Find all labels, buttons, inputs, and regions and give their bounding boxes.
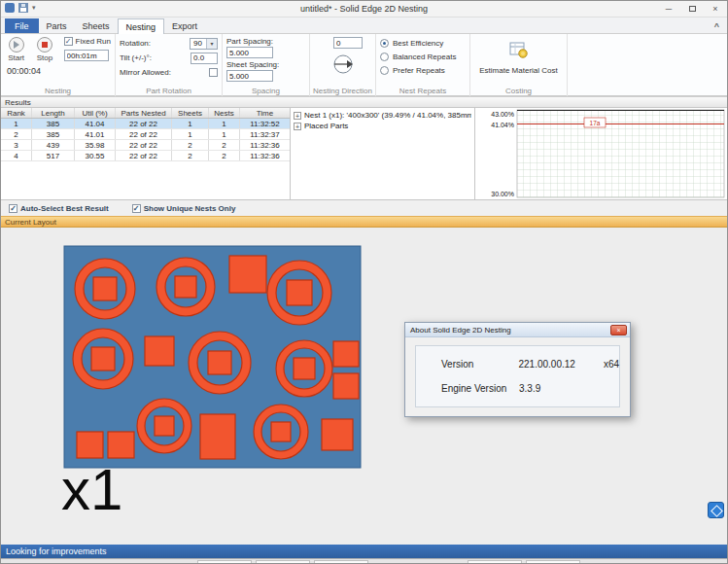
show-unique-checkbox[interactable]: ✓ Show Unique Nests Only [132, 204, 236, 213]
about-dialog-titlebar[interactable]: About Solid Edge 2D Nesting × [405, 323, 630, 337]
nested-part-square[interactable] [108, 432, 134, 458]
column-header[interactable]: Time [240, 108, 290, 118]
nested-part-square[interactable] [333, 373, 359, 399]
column-header[interactable]: Rank [1, 108, 32, 118]
results-panel: Rank Length Util (%) Parts Nested Sheets… [1, 108, 727, 199]
table-cell: 11:32:36 [240, 140, 290, 150]
about-close-button[interactable]: × [610, 325, 627, 335]
floating-widget-icon[interactable] [708, 502, 724, 518]
group-label-nest-repeats: Nest Repeats [376, 87, 469, 95]
ribbon-group-part-rotation: Rotation: 90 ▾ Tilt (+/-)°: Mirror Allow… [116, 34, 223, 96]
nested-part-square[interactable] [145, 336, 174, 366]
engine-version-label: Engine Version [441, 383, 519, 394]
column-header[interactable]: Nests [209, 108, 240, 118]
taskbar-button[interactable] [256, 560, 310, 564]
group-label-nesting-direction: Nesting Direction [310, 87, 375, 95]
radio-balanced-repeats[interactable]: Balanced Repeats [380, 51, 466, 62]
radio-best-efficiency[interactable]: Best Efficiency [380, 37, 466, 49]
tab-parts[interactable]: Parts [39, 18, 75, 33]
table-row[interactable]: 1 385 41.04 22 of 22 1 1 11:32:52 [1, 119, 290, 129]
group-label-spacing: Spacing [223, 87, 309, 95]
part-spacing-input[interactable] [226, 47, 273, 58]
table-row[interactable]: 2 385 41.01 22 of 22 1 1 11:32:37 [1, 129, 290, 140]
direction-angle-input[interactable] [333, 37, 363, 49]
radio-prefer-repeats[interactable]: Prefer Repeats [380, 64, 466, 76]
qat-dropdown-icon[interactable]: ▾ [32, 4, 36, 12]
nested-part-square[interactable] [322, 419, 353, 450]
table-row[interactable]: 4 517 30.55 22 of 22 2 2 11:32:36 [1, 151, 290, 161]
tree-expand-icon[interactable]: + [294, 123, 301, 130]
quick-access-toolbar: ▾ [5, 3, 36, 13]
nested-part-ring[interactable] [73, 329, 133, 389]
column-header[interactable]: Parts Nested [116, 108, 172, 118]
nesting-direction-icon[interactable] [330, 52, 356, 77]
nested-part-ring[interactable] [75, 259, 135, 319]
app-icon[interactable] [5, 3, 15, 13]
taskbar-button[interactable] [314, 560, 368, 564]
tab-file[interactable]: File [5, 18, 39, 33]
ribbon-tab-bar: File Parts Sheets Nesting Export ^ [1, 18, 727, 34]
tree-expand-icon[interactable]: + [294, 112, 301, 120]
column-header[interactable]: Util (%) [75, 108, 116, 118]
table-cell: 2 [172, 151, 209, 160]
taskbar-button[interactable] [197, 560, 252, 564]
save-icon[interactable] [18, 3, 28, 13]
table-cell: 1 [172, 129, 209, 139]
rotation-dropdown[interactable]: 90 ▾ [190, 38, 218, 50]
close-button[interactable]: × [704, 1, 727, 18]
tilt-label: Tilt (+/-)°: [120, 53, 152, 62]
fixed-run-check-icon: ✓ [64, 37, 73, 46]
table-cell: 2 [209, 140, 240, 150]
nested-part-ring[interactable] [276, 340, 332, 397]
ribbon-group-spacing: Part Spacing: Sheet Spacing: Spacing [223, 34, 310, 96]
table-cell: 2 [1, 129, 32, 139]
material-cost-icon [509, 42, 529, 62]
stop-icon [37, 37, 52, 53]
start-button[interactable]: Start [5, 37, 27, 62]
fixed-run-checkbox[interactable]: ✓ Fixed Run [64, 37, 111, 46]
nested-part-ring[interactable] [254, 405, 308, 459]
table-row[interactable]: 3 439 35.98 22 of 22 2 2 11:32:36 [1, 140, 290, 151]
auto-select-checkbox[interactable]: ✓ Auto-Select Best Result [9, 204, 109, 213]
maximize-button[interactable] [680, 1, 704, 18]
nested-part-square[interactable] [77, 432, 103, 458]
nested-part-ring[interactable] [156, 258, 215, 316]
nested-part-square[interactable] [229, 256, 266, 293]
sheet-spacing-input[interactable] [226, 70, 273, 82]
stop-button[interactable]: Stop [33, 37, 55, 62]
group-label-nesting: Nesting [1, 87, 115, 95]
status-bar: Looking for improvements [1, 545, 727, 558]
estimate-material-cost-button[interactable]: Estimate Material Cost [474, 37, 563, 75]
collapse-ribbon-icon[interactable]: ^ [714, 21, 719, 31]
table-header-row: Rank Length Util (%) Parts Nested Sheets… [1, 108, 290, 119]
tree-item-label: Nest 1 (x1): '400x300' (39.49% / 41.04%,… [304, 111, 471, 120]
column-header[interactable]: Sheets [172, 108, 209, 118]
tilt-input[interactable] [191, 53, 218, 64]
tab-sheets[interactable]: Sheets [75, 18, 118, 33]
tab-export[interactable]: Export [164, 18, 205, 33]
run-duration-input[interactable] [64, 50, 109, 61]
status-text: Looking for improvements [6, 546, 107, 556]
window-controls: ─ × [657, 1, 727, 18]
table-cell: 35.98 [75, 140, 116, 150]
nested-part-ring[interactable] [137, 399, 191, 453]
chart-ymax-label: 43.00% [491, 111, 514, 118]
tree-item-nest[interactable]: + Nest 1 (x1): '400x300' (39.49% / 41.04… [294, 110, 471, 121]
table-cell: 11:32:52 [240, 119, 290, 128]
table-cell: 11:32:37 [240, 129, 290, 139]
ribbon-group-nest-repeats: Best Efficiency Balanced Repeats Prefer … [376, 34, 470, 96]
nested-part-rect[interactable] [200, 414, 235, 459]
taskbar-button[interactable] [526, 560, 580, 564]
table-cell: 1 [172, 119, 209, 128]
nested-part-square[interactable] [333, 341, 359, 367]
column-header[interactable]: Length [32, 108, 75, 118]
minimize-button[interactable]: ─ [657, 1, 680, 18]
mirror-allowed-checkbox[interactable] [209, 68, 218, 77]
taskbar-button[interactable] [468, 560, 522, 564]
about-dialog-body: Version 221.00.00.12 x64 Engine Version … [415, 345, 620, 407]
tab-nesting[interactable]: Nesting [118, 18, 165, 34]
nested-part-ring[interactable] [189, 332, 251, 394]
fixed-run-label: Fixed Run [76, 37, 111, 46]
tree-item-placed-parts[interactable]: + Placed Parts [294, 121, 471, 131]
nested-part-ring[interactable] [267, 261, 331, 325]
